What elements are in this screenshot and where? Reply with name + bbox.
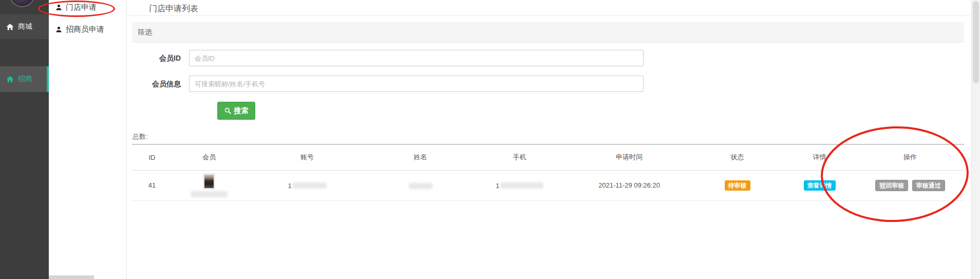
submenu-item-label: 招商员申请 bbox=[66, 25, 104, 34]
column-header-phone: 手机 bbox=[473, 144, 567, 170]
filter-panel-title: 筛选 bbox=[138, 28, 152, 37]
member-info-label: 会员信息 bbox=[132, 80, 181, 89]
table-header-row: ID 会员 账号 姓名 手机 申请时间 状态 详情 操作 bbox=[132, 144, 964, 170]
scrollbar-thumb[interactable] bbox=[973, 1, 979, 83]
column-header-name: 姓名 bbox=[368, 144, 473, 170]
sidebar-item-label: 商城 bbox=[18, 22, 32, 31]
home-icon bbox=[6, 23, 14, 31]
submenu-scrollbar[interactable] bbox=[49, 275, 94, 279]
filter-panel-header: 筛选 bbox=[132, 22, 964, 43]
submenu-item-store-application[interactable]: 门店申请 bbox=[55, 2, 97, 13]
sidebar-item-mall[interactable]: 商城 bbox=[0, 14, 49, 39]
sidebar-item-label: 招商 bbox=[18, 75, 32, 84]
column-header-apply-time: 申请时间 bbox=[567, 144, 692, 170]
view-detail-button[interactable]: 查看详情 bbox=[804, 180, 836, 191]
member-info-input[interactable] bbox=[189, 76, 644, 92]
account-partial-text: 1 bbox=[288, 182, 291, 190]
cell-operation: 驳回审核 审核通过 bbox=[856, 170, 964, 200]
phone-partial-text: 1 bbox=[496, 182, 499, 190]
status-badge: 待审核 bbox=[725, 180, 750, 191]
cell-apply-time: 2021-11-29 09:26:20 bbox=[567, 170, 692, 200]
admin-app-window: 商城 招商 门店申请 招商员申请 门店申请列表 bbox=[0, 0, 980, 279]
redacted-phone bbox=[500, 182, 543, 189]
redacted-account bbox=[293, 182, 327, 189]
cell-account: 1 bbox=[246, 170, 368, 200]
search-button[interactable]: 搜索 bbox=[217, 102, 255, 120]
column-header-account: 账号 bbox=[246, 144, 368, 170]
member-id-input[interactable] bbox=[189, 50, 644, 66]
page-title: 门店申请列表 bbox=[149, 4, 198, 14]
cell-name bbox=[368, 170, 473, 200]
member-avatar-thumbnail[interactable] bbox=[203, 174, 215, 189]
avatar[interactable] bbox=[10, 0, 34, 6]
column-header-operation: 操作 bbox=[856, 144, 964, 170]
search-button-label: 搜索 bbox=[234, 106, 249, 116]
cell-detail: 查看详情 bbox=[783, 170, 856, 200]
member-photo bbox=[204, 175, 214, 188]
approve-review-button[interactable]: 审核通过 bbox=[912, 180, 945, 191]
cell-status: 待审核 bbox=[692, 170, 783, 200]
redacted-nickname bbox=[191, 191, 228, 197]
column-header-status: 状态 bbox=[692, 144, 783, 170]
column-header-detail: 详情 bbox=[783, 144, 856, 170]
cell-phone: 1 bbox=[473, 170, 567, 200]
user-icon bbox=[55, 26, 62, 33]
user-icon bbox=[55, 4, 62, 11]
member-id-label: 会员ID bbox=[132, 54, 181, 63]
vertical-scrollbar[interactable] bbox=[971, 0, 980, 279]
cell-member bbox=[172, 170, 246, 200]
table-row: 41 1 bbox=[132, 170, 964, 200]
submenu-item-recruiter-application[interactable]: 招商员申请 bbox=[55, 24, 104, 35]
cell-id: 41 bbox=[132, 170, 172, 200]
home-icon bbox=[6, 76, 14, 83]
page-header: 门店申请列表 bbox=[127, 0, 971, 16]
sidebar-item-investment[interactable]: 招商 bbox=[0, 66, 49, 92]
column-header-id: ID bbox=[132, 144, 172, 170]
search-icon bbox=[224, 107, 231, 114]
secondary-sidebar: 门店申请 招商员申请 bbox=[49, 0, 127, 279]
total-count-label: 总数: bbox=[133, 132, 148, 141]
submenu-item-label: 门店申请 bbox=[66, 3, 97, 12]
application-table: ID 会员 账号 姓名 手机 申请时间 状态 详情 操作 41 bbox=[132, 144, 964, 201]
reject-review-button[interactable]: 驳回审核 bbox=[875, 180, 908, 191]
column-header-member: 会员 bbox=[172, 144, 246, 170]
primary-sidebar: 商城 招商 bbox=[0, 0, 49, 279]
redacted-name bbox=[409, 183, 432, 189]
content-panel: 筛选 会员ID 会员信息 搜索 总数: ID 会员 账号 bbox=[132, 22, 964, 279]
